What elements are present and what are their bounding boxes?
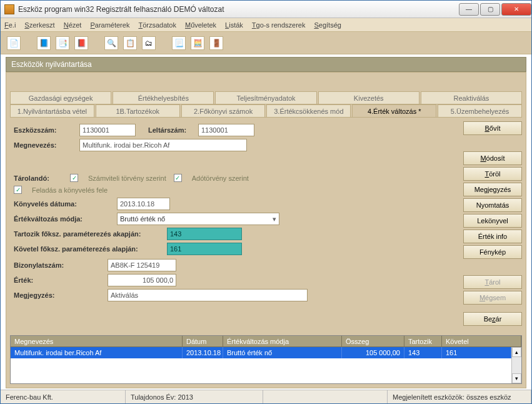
ertekvaltozas-select[interactable]: Bruttó érték nő [117,213,279,225]
th-osszeg[interactable]: Összeg [342,336,404,346]
tab-reaktivalas[interactable]: Reaktiválás [421,91,522,104]
toolbar-card-icon[interactable]: 🗂 [142,36,156,50]
megjegyzes-button[interactable]: Megjegyzés [463,183,522,196]
cb-szamviteli[interactable]: ✓ [70,174,78,182]
kovetel-label: Követel főksz. paraméterezés alapján: [14,245,167,253]
megsem-button[interactable]: Mégsem [463,291,522,305]
kovetel-input[interactable]: 161 [167,243,242,255]
app-icon [4,4,14,14]
bizonylat-input[interactable]: AB8K-F 125419 [108,259,176,271]
modosit-button[interactable]: Módosít [463,151,522,165]
leltarszam-input[interactable]: 1130001 [198,124,254,136]
app-window: Eszköz program win32 Regisztrált felhasz… [0,0,532,404]
cb-feladas-label: Feladás a könyvelés fele [32,186,108,194]
menu-view[interactable]: Nézet [64,21,82,29]
megjegyzes2-label: Megjegyzés: [14,291,108,299]
konyveles-label: Könyvelés dátuma: [14,200,117,208]
cell-osszeg: 105 000,00 [342,347,404,358]
th-megnevezes[interactable]: Megnevezés [11,336,183,346]
th-mod[interactable]: Értékváltozás módja [223,336,342,346]
tab-gazdasagi[interactable]: Gazdasági egységek [10,91,111,104]
tab-fokonyvi[interactable]: 2.Főkönyvi számok [181,104,266,117]
tabrow-lower: 1.Nyilvántartásba vétel 1B.Tartozékok 2.… [10,104,522,118]
status-shown: Megjelenített eszközök: összes eszköz [388,390,531,403]
tab-ertekhelyesbites[interactable]: Értékhelyesbítés [113,91,214,104]
toolbar-calc-icon[interactable]: 🧮 [191,36,204,50]
toolbar-new-icon[interactable]: 📄 [7,36,21,50]
eszkozszam-input[interactable]: 1130001 [79,124,136,136]
close-button[interactable]: ✕ [501,3,531,16]
tab-nyilvantartas[interactable]: 1.Nyilvántartásba vétel [10,104,94,117]
konyveles-input[interactable]: 2013.10.18 [117,198,170,210]
table-row[interactable]: Multifunk. irodai ber.Ricoh Af 2013.10.1… [11,347,511,358]
cb-ado-label: Adótörvény szerint [192,174,249,182]
ertek-info-button[interactable]: Érték info [463,230,522,243]
tab-uzembehelyezes[interactable]: 5.Üzembehelyezés [438,104,522,117]
th-tartozik[interactable]: Tartozik [404,336,442,346]
menu-edit[interactable]: Szerkeszt [24,21,54,29]
cell-megnevezes: Multifunk. irodai ber.Ricoh Af [11,347,183,358]
ertek-label: Érték: [14,276,108,284]
menu-tgo[interactable]: Tgo-s rendszerek [252,21,306,29]
window-title: Eszköz program win32 Regisztrált felhasz… [18,5,458,14]
main-panel: Gazdasági egységek Értékhelyesbítés Telj… [6,72,526,388]
maximize-button[interactable]: ▢ [480,3,500,16]
cb-ado[interactable]: ✓ [174,174,182,182]
tab-tartozekok[interactable]: 1B.Tartozékok [96,104,180,117]
toolbar-form-icon[interactable]: 📋 [123,36,137,50]
leltarszam-label: Leltárszám: [148,126,198,134]
panel-title: Eszközök nyilvántartása [6,57,526,72]
tabrow-upper: Gazdasági egységek Értékhelyesbítés Telj… [10,91,522,104]
bovit-button[interactable]: Bővít [463,121,522,135]
tarolando-label: Tárolandó: [14,174,63,182]
tab-ertekcsokkenes[interactable]: 3.Értékcsökkenés mód [266,104,351,117]
tartozik-label: Tartozik főksz. paraméterezés akapján: [14,230,167,238]
toolbar-exit-icon[interactable]: 🚪 [209,36,223,50]
megnevezes-label: Megnevezés: [14,141,79,149]
ertek-input[interactable]: 105 000,0 [108,274,176,286]
tab-kivezetes[interactable]: Kivezetés [318,91,419,104]
cell-mod: Bruttó érték nő [223,347,342,358]
menu-help[interactable]: Segítség [314,21,341,29]
th-datum[interactable]: Dátum [183,336,223,346]
toolbar: 📄 📘 📑 📕 🔍 📋 🗂 📃 🧮 🚪 [1,32,531,54]
form-area: Eszközszám: 1130001 Leltárszám: 1130001 … [10,121,459,331]
tab-ertekvaltozas[interactable]: 4.Érték változás * [352,104,436,117]
menu-params[interactable]: Paraméterek [90,21,129,29]
tarol-button[interactable]: Tárol [463,275,522,289]
sidebar-buttons: Bővít Módosít Töröl Megjegyzés Nyomtatás… [459,121,522,331]
scroll-up-icon[interactable]: ▴ [512,347,521,357]
menu-torzs[interactable]: Törzsadatok [138,21,176,29]
toolbar-doc1-icon[interactable]: 📘 [37,36,51,50]
menu-file[interactable]: Fe.i [4,21,16,29]
grid: Megnevezés Dátum Értékváltozás módja Öss… [10,335,522,384]
tab-teljesitmeny[interactable]: Teljesítményadatok [215,91,316,104]
toolbar-search-icon[interactable]: 🔍 [104,36,118,50]
fenykep-button[interactable]: Fénykép [463,245,522,259]
status-year: Tulajdonos Év: 2013 [126,390,263,403]
scroll-down-icon[interactable]: ▾ [512,373,521,383]
grid-scrollbar[interactable]: ▴ ▾ [511,347,521,383]
menu-list[interactable]: Listák [225,21,243,29]
nyomtatas-button[interactable]: Nyomtatás [463,198,522,212]
tartozik-input[interactable]: 143 [167,228,242,240]
ertekvaltozas-label: Értékváltozás módja: [14,215,117,223]
lekonyvel-button[interactable]: Lekönyvel [463,214,522,228]
bezar-button[interactable]: Bezár [463,312,522,326]
menu-muv[interactable]: Műveletek [185,21,216,29]
torol-button[interactable]: Töröl [463,167,522,181]
toolbar-list-icon[interactable]: 📃 [172,36,186,50]
th-kovetel[interactable]: Követel [442,336,521,346]
cb-feladas[interactable]: ✓ [14,186,22,194]
toolbar-doc2-icon[interactable]: 📑 [56,36,69,50]
cb-szamviteli-label: Számviteli törvény szerint [88,174,166,182]
menubar: Fe.i Szerkeszt Nézet Paraméterek Törzsad… [1,18,531,32]
minimize-button[interactable]: — [459,3,479,16]
megjegyzes-input[interactable]: Aktiválás [108,289,308,301]
grid-body[interactable]: Multifunk. irodai ber.Ricoh Af 2013.10.1… [11,347,511,383]
toolbar-doc3-icon[interactable]: 📕 [74,36,88,50]
titlebar: Eszköz program win32 Regisztrált felhasz… [1,1,531,18]
eszkozszam-label: Eszközszám: [14,126,79,134]
megnevezes-input[interactable]: Multifunk. irodai ber.Ricoh Af [79,139,247,151]
cell-datum: 2013.10.18 [183,347,223,358]
